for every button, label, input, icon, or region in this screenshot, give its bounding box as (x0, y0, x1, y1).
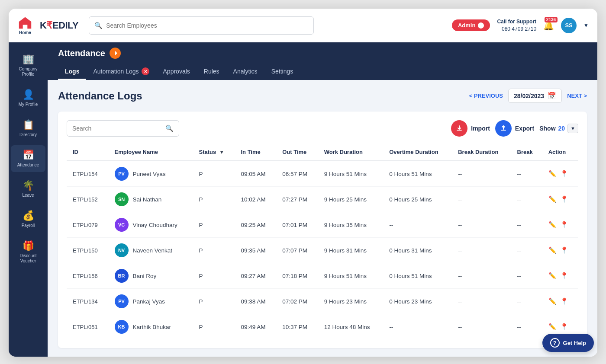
location-icon[interactable]: 📍 (560, 323, 568, 331)
sidebar-item-attendance[interactable]: 📅 Attendance (11, 145, 45, 172)
cell-id: ETPL/051 (67, 314, 109, 340)
page-title: Attendance Logs (58, 90, 142, 102)
sidebar-item-payroll[interactable]: 💰 Payroll (11, 206, 45, 233)
export-button[interactable]: Export (495, 120, 534, 137)
sidebar-item-directory[interactable]: 📋 Directory (11, 115, 45, 142)
main-layout: 🏢 Company Profile 👤 My Profile 📋 Directo… (9, 42, 597, 357)
sidebar-item-leave[interactable]: 🌴 Leave (11, 176, 45, 202)
table-search-bar[interactable]: 🔍 (67, 120, 179, 137)
cell-in-time: 09:27 AM (235, 263, 277, 289)
tab-automation-logs[interactable]: Automation Logs ✕ (86, 64, 156, 80)
cell-action: ✏️ 📍 (542, 187, 578, 212)
cell-employee: KB Karthik Bhukar (109, 314, 193, 340)
location-icon[interactable]: 📍 (560, 221, 568, 229)
sidebar-label-directory: Directory (19, 132, 37, 137)
location-icon[interactable]: 📍 (560, 195, 568, 203)
table-card: 🔍 Import (58, 112, 587, 348)
date-field[interactable]: 28/02/2023 📅 (508, 89, 562, 103)
next-button[interactable]: NEXT > (567, 93, 587, 99)
sidebar-item-my-profile[interactable]: 👤 My Profile (11, 85, 45, 112)
get-help-button[interactable]: ? Get Help (542, 334, 594, 352)
cell-status: P (193, 161, 235, 187)
attendance-icon: 📅 (23, 150, 34, 161)
employee-avatar: SN (115, 192, 129, 206)
tab-settings[interactable]: Settings (264, 64, 300, 80)
sidebar-label-company-profile: Company Profile (14, 67, 42, 77)
cell-break: -- (511, 212, 542, 238)
show-dropdown[interactable]: Show 20 ▼ (539, 124, 578, 133)
global-search-bar[interactable]: 🔍 (89, 16, 314, 35)
edit-icon[interactable]: ✏️ (548, 221, 557, 229)
table-body: ETPL/154 PV Puneet Vyas P 09:05 AM 06:57… (67, 161, 578, 339)
admin-badge[interactable]: Admin (452, 19, 490, 31)
cell-employee: BR Bani Roy (109, 263, 193, 289)
attendance-table: ID Employee Name Status ▼ In Time Out Ti… (67, 144, 578, 339)
home-nav[interactable]: Home (17, 16, 33, 35)
status-filter-icon[interactable]: ▼ (219, 150, 224, 155)
automation-logs-badge: ✕ (142, 67, 149, 75)
cell-break: -- (511, 238, 542, 263)
chevron-down-icon[interactable]: ▼ (583, 22, 589, 29)
avatar[interactable]: SS (561, 18, 577, 33)
search-input[interactable] (106, 22, 308, 29)
support-label: Call for Support (497, 18, 536, 26)
location-icon[interactable]: 📍 (560, 297, 568, 305)
table-row: ETPL/156 BR Bani Roy P 09:27 AM 07:18 PM… (67, 263, 578, 289)
table-row: ETPL/154 PV Puneet Vyas P 09:05 AM 06:57… (67, 161, 578, 187)
col-employee-name: Employee Name (109, 144, 193, 161)
employee-avatar: PV (115, 167, 129, 181)
cell-break: -- (511, 263, 542, 289)
top-nav: Home K₹EDILY 🔍 Admin Call for Support 08… (9, 9, 597, 42)
show-arrow-icon[interactable]: ▼ (567, 124, 578, 133)
location-icon[interactable]: 📍 (560, 246, 568, 254)
col-work-duration: Work Duration (318, 144, 384, 161)
cell-work-duration: 9 Hours 35 Mins (318, 212, 384, 238)
previous-button[interactable]: < PREVIOUS (469, 93, 503, 99)
edit-icon[interactable]: ✏️ (548, 297, 557, 305)
sidebar-label-discount-voucher: Discount Voucher (14, 253, 42, 264)
profile-icon: 👤 (23, 89, 34, 100)
tab-approvals[interactable]: Approvals (156, 64, 197, 80)
section-title: Attendance (58, 48, 105, 58)
edit-icon[interactable]: ✏️ (548, 323, 557, 331)
leave-icon: 🌴 (23, 180, 34, 191)
table-search-input[interactable] (72, 125, 165, 132)
tab-logs[interactable]: Logs (58, 64, 86, 80)
cell-in-time: 10:02 AM (235, 187, 277, 212)
employee-name: Pankaj Vyas (133, 298, 165, 305)
cell-action: ✏️ 📍 (542, 161, 578, 187)
cell-overtime-duration: -- (383, 314, 452, 340)
col-overtime-duration: Overtime Duration (383, 144, 452, 161)
edit-icon[interactable]: ✏️ (548, 246, 557, 254)
edit-icon[interactable]: ✏️ (548, 195, 557, 203)
edit-icon[interactable]: ✏️ (548, 170, 557, 178)
show-label: Show (539, 125, 555, 132)
location-icon[interactable]: 📍 (560, 170, 568, 178)
col-action: Action (542, 144, 578, 161)
cell-id: ETPL/152 (67, 187, 109, 212)
location-icon[interactable]: 📍 (560, 272, 568, 280)
tab-analytics[interactable]: Analytics (226, 64, 264, 80)
sidebar-label-leave: Leave (22, 193, 34, 198)
cell-id: ETPL/156 (67, 263, 109, 289)
tab-rules[interactable]: Rules (197, 64, 226, 80)
notification-bell[interactable]: 🔔 2136 (543, 20, 554, 31)
cell-work-duration: 9 Hours 25 Mins (318, 187, 384, 212)
attendance-expand-button[interactable] (110, 48, 121, 59)
cell-out-time: 10:37 PM (276, 314, 318, 340)
import-button[interactable]: Import (451, 120, 490, 137)
employee-avatar: BR (115, 269, 129, 283)
cell-status: P (193, 238, 235, 263)
sidebar-item-company-profile[interactable]: 🏢 Company Profile (11, 49, 45, 81)
sidebar-item-discount-voucher[interactable]: 🎁 Discount Voucher (11, 236, 45, 268)
building-icon: 🏢 (23, 54, 34, 65)
employee-name: Bani Roy (133, 273, 157, 279)
table-toolbar: 🔍 Import (67, 120, 578, 137)
section-title-row: Attendance (58, 48, 587, 59)
cell-work-duration: 12 Hours 48 Mins (318, 314, 384, 340)
cell-action: ✏️ 📍 (542, 238, 578, 263)
edit-icon[interactable]: ✏️ (548, 272, 557, 280)
table-row: ETPL/051 KB Karthik Bhukar P 09:49 AM 10… (67, 314, 578, 340)
logo-area: Home K₹EDILY (17, 16, 78, 35)
cell-break-duration: -- (452, 187, 511, 212)
